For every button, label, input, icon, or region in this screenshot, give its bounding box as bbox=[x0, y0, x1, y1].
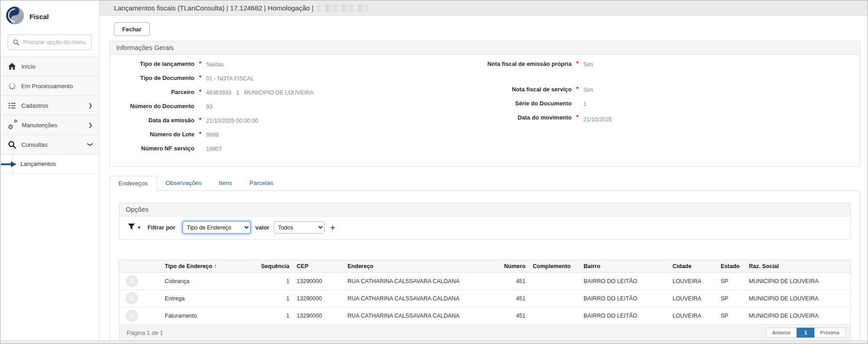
cell-razao-social: MUNICIPIO DE LOUVEIRA bbox=[745, 273, 850, 290]
table-row: Entrega 1 13290000 RUA CATHARINA CALSSAV… bbox=[119, 290, 850, 307]
sidebar-item-em-processamento[interactable]: Em Processamento bbox=[0, 76, 99, 96]
filter-by-select[interactable]: Tipo de Endereço bbox=[182, 221, 251, 234]
caret-down-icon: ▼ bbox=[137, 225, 141, 230]
tab-itens[interactable]: Itens bbox=[210, 176, 241, 190]
row-view-button[interactable] bbox=[126, 292, 138, 304]
general-info-right-column: Nota fiscal de emissão própria * Sim Not… bbox=[483, 60, 855, 159]
sidebar-item-label: Lançamentos bbox=[20, 160, 56, 167]
sidebar-item-manutencoes[interactable]: ⚙⚙ Manutenções ❯ bbox=[0, 115, 99, 135]
col-bairro[interactable]: Bairro bbox=[580, 260, 669, 273]
required-asterisk: * bbox=[572, 114, 583, 120]
cell-numero: 451 bbox=[493, 307, 529, 324]
cell-complemento bbox=[529, 290, 580, 307]
page-title: Lançamentos fiscais (TLanConsulta) | 17.… bbox=[114, 4, 313, 12]
arrow-right-icon bbox=[1, 161, 16, 169]
col-cidade[interactable]: Cidade bbox=[669, 260, 717, 273]
menu-search bbox=[0, 32, 99, 56]
cell-endereco: RUA CATHARINA CALSSAVARA CALDANA bbox=[344, 273, 493, 290]
col-razao-social[interactable]: Raz. Social bbox=[745, 260, 850, 273]
home-icon bbox=[8, 63, 16, 70]
addresses-table: Tipo de Endereço ↑ Sequência CEP Endereç… bbox=[119, 260, 851, 341]
field-value: 93 bbox=[206, 103, 212, 110]
sidebar-menu: Início Em Processamento bbox=[0, 56, 99, 174]
next-page-button[interactable]: Próxima bbox=[814, 328, 846, 338]
field-serie-documento: Série do Documento * 1 bbox=[483, 100, 855, 110]
cell-endereco: RUA CATHARINA CALSSAVARA CALDANA bbox=[344, 307, 493, 324]
menu-search-input[interactable] bbox=[23, 39, 87, 45]
chevron-right-icon: ❯ bbox=[88, 102, 93, 109]
filter-value-select[interactable]: Todos bbox=[274, 221, 325, 234]
required-asterisk: * bbox=[194, 60, 206, 66]
field-value: 46363933 1 MUNICIPIO DE LOUVEIRA bbox=[206, 89, 314, 96]
cell-razao-social: MUNICIPIO DE LOUVEIRA bbox=[745, 290, 850, 307]
app-logo-icon bbox=[6, 6, 24, 26]
col-estado[interactable]: Estado bbox=[717, 260, 745, 273]
cell-cidade: LOUVEIRA bbox=[669, 307, 717, 324]
field-label: Número NF serviço bbox=[110, 145, 194, 152]
col-complemento[interactable]: Complemento bbox=[529, 260, 580, 273]
page-status: Página 1 de 1 bbox=[127, 329, 163, 336]
sidebar-item-lancamentos[interactable]: Lançamentos bbox=[0, 155, 99, 174]
bottom-edge bbox=[0, 340, 868, 344]
field-parceiro: Parceiro * 46363933 1 MUNICIPIO DE LOUVE… bbox=[110, 89, 483, 99]
col-sequencia[interactable]: Sequência bbox=[257, 260, 293, 273]
col-cep[interactable]: CEP bbox=[293, 260, 344, 273]
tab-observacoes[interactable]: Observações bbox=[157, 176, 211, 190]
field-tipo-lancamento: Tipo de lançamento * Saídas bbox=[110, 60, 483, 70]
field-value: 1 bbox=[583, 100, 587, 107]
cell-bairro: BAIRRO DO LEITÃO bbox=[580, 273, 669, 290]
prev-page-button[interactable]: Anterior bbox=[766, 328, 797, 338]
field-label: Série do Documento bbox=[483, 100, 572, 107]
cell-complemento bbox=[529, 307, 580, 324]
field-label: Tipo de lançamento bbox=[110, 60, 194, 68]
close-button[interactable]: Fechar bbox=[114, 22, 150, 36]
gears-icon: ⚙⚙ bbox=[8, 121, 16, 129]
required-asterisk: * bbox=[194, 131, 206, 137]
field-label: Nota fiscal de serviço bbox=[483, 86, 572, 93]
field-label: Data do movimento bbox=[483, 114, 572, 121]
field-label: Número do Lote bbox=[110, 131, 194, 138]
sidebar-item-label: Cadastros bbox=[21, 102, 83, 109]
brand: Fiscal bbox=[0, 0, 99, 32]
field-data-emissao: Data da emissão * 21/10/2025 00:00:00 bbox=[110, 117, 483, 127]
field-value: 21/10/2025 00:00:00 bbox=[206, 117, 258, 124]
sidebar-item-cadastros[interactable]: Cadastros ❯ bbox=[0, 96, 99, 115]
field-value: Saídas bbox=[206, 60, 224, 68]
cell-cidade: LOUVEIRA bbox=[669, 290, 717, 307]
field-numero-documento: Número do Documento * 93 bbox=[110, 103, 483, 113]
field-data-movimento: Data do movimento * 21/10/2025 bbox=[483, 114, 855, 124]
row-view-button[interactable] bbox=[126, 309, 138, 322]
general-info-left-column: Tipo de lançamento * Saídas Tipo de Docu… bbox=[110, 60, 483, 159]
titlebar: Lançamentos fiscais (TLanConsulta) | 17.… bbox=[99, 0, 868, 16]
col-tipo-endereco[interactable]: Tipo de Endereço ↑ bbox=[161, 260, 257, 273]
current-page-button[interactable]: 1 bbox=[797, 328, 814, 338]
sidebar-item-inicio[interactable]: Início bbox=[0, 57, 99, 76]
row-view-button[interactable] bbox=[126, 275, 138, 287]
field-value: 18907 bbox=[206, 145, 222, 152]
field-value: 01 - NOTA FISCAL bbox=[206, 75, 254, 82]
sidebar-item-label: Em Processamento bbox=[21, 83, 93, 90]
sidebar-item-label: Início bbox=[21, 63, 93, 70]
field-value: Sim bbox=[583, 86, 593, 93]
sidebar-item-label: Manutenções bbox=[22, 122, 83, 129]
cell-estado: SP bbox=[717, 273, 745, 290]
field-label: Data da emissão bbox=[110, 117, 194, 124]
cell-complemento bbox=[529, 273, 580, 290]
col-numero[interactable]: Número bbox=[493, 260, 529, 273]
filter-menu-button[interactable]: ▼ bbox=[126, 222, 143, 233]
sidebar-item-consultas[interactable]: Consultas ❯ bbox=[0, 135, 99, 155]
add-filter-button[interactable]: + bbox=[330, 224, 335, 232]
list-icon bbox=[8, 102, 16, 110]
table-footer: Página 1 de 1 Anterior 1 Próxima bbox=[119, 324, 850, 341]
field-label: Parceiro bbox=[110, 89, 194, 96]
tab-parcelas[interactable]: Parcelas bbox=[241, 176, 282, 190]
cell-razao-social: MUNICIPIO DE LOUVEIRA bbox=[745, 307, 850, 324]
col-endereco[interactable]: Endereço bbox=[344, 260, 493, 273]
chevron-right-icon: ❯ bbox=[88, 122, 93, 128]
cell-sequencia: 1 bbox=[257, 273, 293, 290]
tab-enderecos[interactable]: Endereços bbox=[109, 176, 157, 191]
options-panel: Opções ▼ Filtrar por Tipo de Endereço bbox=[119, 203, 851, 240]
sidebar-item-label: Consultas bbox=[21, 141, 83, 148]
cell-cep: 13290000 bbox=[293, 307, 344, 324]
search-icon bbox=[13, 39, 20, 46]
